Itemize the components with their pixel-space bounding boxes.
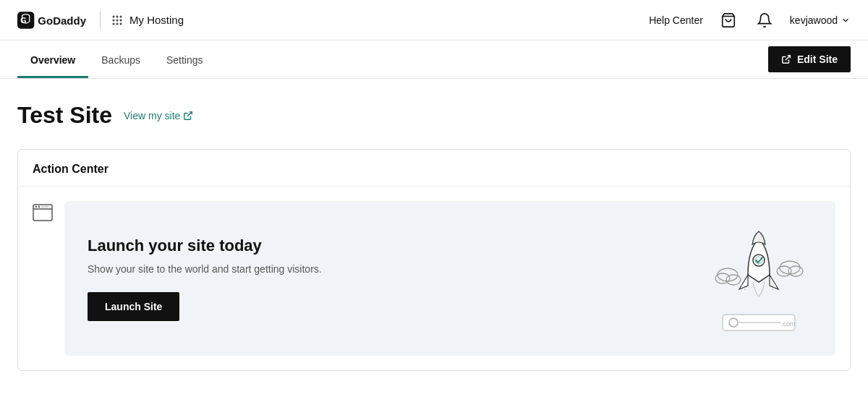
svg-point-25	[715, 273, 730, 283]
launch-banner: Launch your site today Show your site to…	[64, 201, 835, 356]
svg-point-10	[116, 22, 119, 25]
svg-point-33	[744, 289, 746, 290]
launch-illustration: .com	[708, 224, 809, 333]
edit-site-label: Edit Site	[797, 54, 838, 65]
external-link-icon	[781, 54, 791, 64]
tab-overview[interactable]: Overview	[17, 44, 88, 78]
svg-point-4	[116, 15, 119, 17]
page-title-row: Test Site View my site	[17, 102, 851, 129]
browser-icon	[33, 204, 53, 356]
view-my-site-link[interactable]: View my site	[124, 110, 193, 121]
svg-text:GoDaddy: GoDaddy	[38, 14, 86, 26]
my-hosting-nav[interactable]: My Hosting	[111, 14, 184, 27]
tab-bar: Overview Backups Settings Edit Site	[0, 40, 868, 79]
cart-button[interactable]	[718, 9, 739, 31]
svg-point-35	[772, 289, 773, 290]
notifications-button[interactable]	[754, 9, 775, 31]
svg-point-7	[116, 19, 119, 21]
svg-point-6	[113, 19, 115, 21]
svg-point-28	[777, 266, 791, 276]
svg-point-18	[38, 206, 40, 208]
tab-settings[interactable]: Settings	[153, 44, 216, 78]
logo-area: G GoDaddy	[17, 9, 90, 31]
tabs: Overview Backups Settings	[17, 44, 216, 78]
launch-site-button[interactable]: Launch Site	[88, 292, 179, 321]
nav-divider	[100, 12, 101, 29]
username-label: kevjawood	[790, 14, 838, 26]
nav-right: Help Center kevjawood	[649, 9, 851, 31]
svg-line-13	[786, 56, 790, 60]
svg-point-9	[113, 22, 115, 25]
svg-line-14	[187, 111, 192, 116]
svg-point-11	[120, 22, 122, 25]
svg-point-3	[113, 15, 115, 17]
svg-point-17	[35, 206, 37, 208]
svg-rect-19	[41, 206, 48, 208]
top-nav: G GoDaddy My Hosting Help Center	[0, 0, 868, 40]
help-center-link[interactable]: Help Center	[649, 14, 703, 26]
cart-icon	[720, 12, 736, 28]
godaddy-logo: G GoDaddy	[17, 9, 90, 31]
user-menu[interactable]: kevjawood	[790, 14, 851, 26]
action-center-card: Action Center Launch your site today Sho…	[17, 149, 851, 371]
external-link-small-icon	[183, 111, 193, 121]
chevron-down-icon	[841, 15, 851, 25]
view-my-site-label: View my site	[124, 110, 180, 121]
launch-title: Launch your site today	[88, 236, 708, 257]
main-content: Test Site View my site Action Center	[0, 79, 868, 388]
my-hosting-label: My Hosting	[129, 14, 184, 26]
page-title: Test Site	[17, 102, 112, 129]
svg-point-29	[788, 266, 803, 276]
launch-desc: Show your site to the world and start ge…	[88, 263, 708, 275]
bell-icon	[757, 12, 773, 28]
edit-site-button[interactable]: Edit Site	[768, 46, 851, 72]
svg-text:.com: .com	[781, 320, 796, 328]
tab-backups[interactable]: Backups	[88, 44, 153, 78]
svg-point-8	[120, 19, 122, 21]
svg-point-5	[120, 15, 122, 17]
svg-point-32	[741, 285, 743, 286]
action-center-body: Launch your site today Show your site to…	[18, 187, 850, 370]
action-center-title: Action Center	[18, 150, 850, 187]
grid-dots-icon	[111, 14, 124, 27]
launch-text-area: Launch your site today Show your site to…	[88, 236, 708, 322]
svg-point-34	[775, 285, 776, 286]
